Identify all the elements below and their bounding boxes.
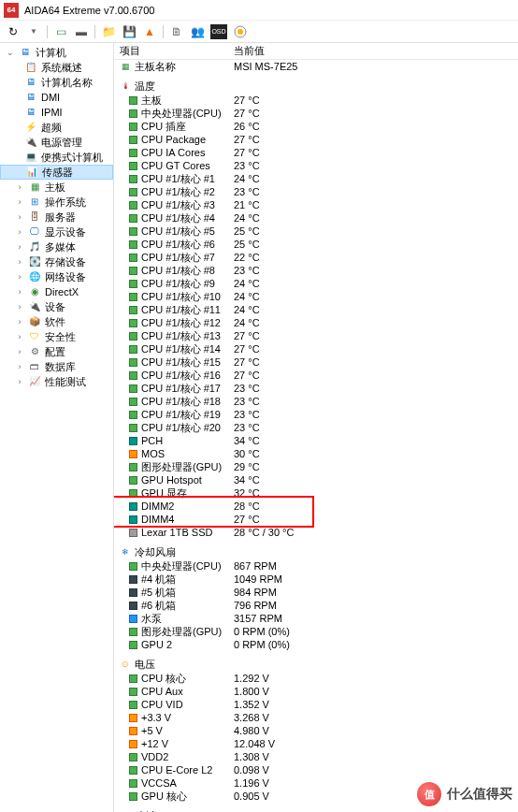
data-row[interactable]: GPU 20 RPM (0%) [114, 638, 518, 651]
data-row[interactable]: +12 V12.048 V [114, 737, 518, 750]
ram-icon[interactable]: ▭ [53, 24, 68, 39]
osd-icon[interactable]: OSD [210, 24, 227, 39]
data-row[interactable]: CPU #1/核心 #1527 °C [114, 355, 518, 369]
data-row[interactable]: CPU #1/核心 #924 °C [114, 277, 518, 290]
data-row[interactable]: Lexar 1TB SSD28 °C / 30 °C [114, 526, 518, 539]
data-row[interactable]: CPU #1/核心 #1723 °C [114, 382, 518, 395]
disk-icon[interactable]: 💾 [122, 24, 137, 39]
data-row[interactable]: CPU #1/核心 #124 °C [114, 172, 518, 185]
tree-item-存储设备[interactable]: ›💽存储设备 [0, 254, 113, 269]
expand-icon[interactable]: › [15, 210, 24, 224]
data-row[interactable]: ▦主板名称MSI MS-7E25 [114, 60, 518, 73]
expand-icon[interactable]: › [15, 240, 24, 254]
data-row[interactable]: #5 机箱984 RPM [114, 586, 518, 599]
tree-item-多媒体[interactable]: ›🎵多媒体 [0, 239, 113, 254]
data-row[interactable]: CPU #1/核心 #1024 °C [114, 290, 518, 303]
tree-item-系统概述[interactable]: 📋系统概述 [0, 60, 113, 75]
doc-icon[interactable]: 🗎 [169, 24, 184, 39]
data-row[interactable]: CPU #1/核心 #1923 °C [114, 408, 518, 421]
expand-icon[interactable]: › [15, 300, 24, 313]
tree-item-电源管理[interactable]: 🔌电源管理 [0, 135, 113, 150]
expand-icon[interactable]: › [15, 270, 24, 283]
tree-item-主板[interactable]: ›▦主板 [0, 180, 113, 195]
tree-item-数据库[interactable]: ›🗃数据库 [0, 359, 113, 374]
data-row[interactable]: CPU Package27 °C [114, 133, 518, 146]
expand-icon[interactable]: › [15, 315, 24, 328]
tree-item-软件[interactable]: ›📦软件 [0, 314, 113, 329]
data-row[interactable]: VDD21.308 V [114, 750, 518, 763]
tree-item-安全性[interactable]: ›🛡安全性 [0, 329, 113, 344]
expand-icon[interactable]: › [15, 225, 24, 239]
data-row[interactable]: CPU 插座26 °C [114, 120, 518, 133]
data-row[interactable]: CPU #1/核心 #2023 °C [114, 421, 518, 434]
data-row[interactable]: CPU IA Cores27 °C [114, 146, 518, 159]
data-row[interactable]: GPU Hotspot34 °C [114, 473, 518, 486]
expand-icon[interactable]: › [15, 345, 24, 358]
refresh-icon[interactable]: ↻ [6, 24, 21, 39]
tree-item-DirectX[interactable]: ›◉DirectX [0, 284, 113, 299]
data-row[interactable]: +3.3 V3.268 V [114, 711, 518, 724]
tree-item-网络设备[interactable]: ›🌐网络设备 [0, 269, 113, 284]
col-value[interactable]: 当前值 [228, 44, 518, 58]
tree-item-显示设备[interactable]: ›🖵显示设备 [0, 225, 113, 239]
data-row[interactable]: 主板27 °C [114, 94, 518, 107]
data-row[interactable]: MOS30 °C [114, 447, 518, 460]
expand-icon[interactable]: › [15, 285, 24, 298]
tree-root-computer[interactable]: ⌄ 🖥 计算机 [0, 45, 113, 60]
tree-item-DMI[interactable]: 🖥DMI [0, 90, 113, 105]
tree-item-性能测试[interactable]: ›📈性能测试 [0, 374, 113, 389]
expand-icon[interactable]: › [15, 375, 24, 388]
data-row[interactable]: CPU #1/核心 #424 °C [114, 211, 518, 225]
data-row[interactable]: #6 机箱796 RPM [114, 599, 518, 612]
data-row[interactable]: 中央处理器(CPU)27 °C [114, 107, 518, 120]
data-row[interactable]: CPU #1/核心 #1627 °C [114, 369, 518, 382]
data-row[interactable]: CPU E-Core L20.098 V [114, 763, 518, 776]
folder-icon[interactable]: 📁 [101, 24, 116, 39]
data-row[interactable]: GPU 显存32 °C [114, 486, 518, 500]
expand-icon[interactable]: › [15, 330, 24, 343]
col-item[interactable]: 项目 [114, 44, 228, 58]
data-row[interactable]: CPU Aux1.800 V [114, 685, 518, 698]
expand-icon[interactable]: › [15, 255, 24, 268]
tree-item-服务器[interactable]: ›🗄服务器 [0, 210, 113, 225]
tree-item-设备[interactable]: ›🔌设备 [0, 299, 113, 314]
dropdown-icon[interactable]: ▼ [26, 24, 41, 39]
data-row[interactable]: CPU #1/核心 #321 °C [114, 198, 518, 211]
tree-item-计算机名称[interactable]: 🖥计算机名称 [0, 75, 113, 90]
data-row[interactable]: 图形处理器(GPU)0 RPM (0%) [114, 625, 518, 638]
tree-item-便携式计算机[interactable]: 💻便携式计算机 [0, 150, 113, 165]
data-row[interactable]: CPU #1/核心 #722 °C [114, 251, 518, 264]
tree-item-超频[interactable]: ⚡超频 [0, 120, 113, 135]
tree-item-IPMI[interactable]: 🖥IPMI [0, 105, 113, 120]
data-row[interactable]: CPU #1/核心 #1427 °C [114, 342, 518, 355]
ticket-icon[interactable]: ▬ [74, 24, 89, 39]
data-row[interactable]: CPU GT Cores23 °C [114, 159, 518, 172]
data-row[interactable]: 图形处理器(GPU)29 °C [114, 460, 518, 473]
data-row[interactable]: +5 V4.980 V [114, 724, 518, 737]
tree-item-传感器[interactable]: 📊传感器 [0, 165, 113, 180]
data-row[interactable]: DIMM228 °C [114, 500, 518, 513]
users-icon[interactable]: 👥 [190, 24, 205, 39]
data-row[interactable]: CPU #1/核心 #525 °C [114, 225, 518, 238]
data-row[interactable]: CPU #1/核心 #223 °C [114, 185, 518, 198]
flame-icon[interactable]: ▲ [142, 24, 157, 39]
expand-icon[interactable]: › [15, 181, 24, 194]
expand-icon[interactable]: › [15, 360, 24, 373]
data-row[interactable]: CPU #1/核心 #625 °C [114, 238, 518, 251]
data-row[interactable]: 中央处理器(CPU)867 RPM [114, 559, 518, 573]
tree-item-配置[interactable]: ›⚙配置 [0, 344, 113, 359]
expand-icon[interactable]: › [15, 196, 24, 209]
data-row[interactable]: #4 机箱1049 RPM [114, 573, 518, 586]
data-row[interactable]: CPU VID1.352 V [114, 698, 518, 711]
data-row[interactable]: CPU #1/核心 #1224 °C [114, 316, 518, 329]
data-row[interactable]: CPU #1/核心 #1327 °C [114, 329, 518, 342]
data-row[interactable]: CPU #1/核心 #1124 °C [114, 303, 518, 316]
data-row[interactable]: CPU 核心1.292 V [114, 672, 518, 685]
circle-icon[interactable] [233, 24, 248, 39]
data-row[interactable]: 水泵3157 RPM [114, 612, 518, 625]
collapse-icon[interactable]: ⌄ [6, 46, 15, 59]
tree-item-操作系统[interactable]: ›⊞操作系统 [0, 195, 113, 210]
data-row[interactable]: CPU #1/核心 #1823 °C [114, 395, 518, 408]
data-row[interactable]: CPU #1/核心 #823 °C [114, 264, 518, 277]
data-row[interactable]: PCH34 °C [114, 434, 518, 447]
